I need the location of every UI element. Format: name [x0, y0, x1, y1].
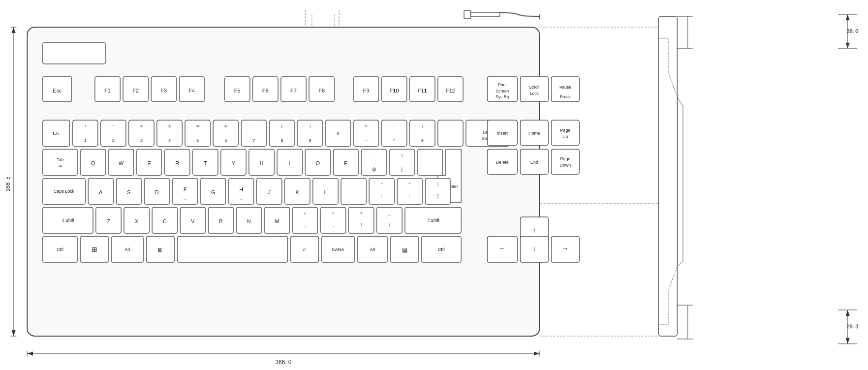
svg-text:5: 5 — [196, 138, 199, 143]
svg-text:F1: F1 — [105, 88, 111, 93]
svg-rect-206 — [357, 236, 388, 262]
svg-text:Q: Q — [91, 160, 95, 166]
svg-text:=: = — [365, 124, 368, 128]
svg-text:38. 0: 38. 0 — [847, 28, 858, 34]
svg-rect-110 — [193, 149, 218, 175]
svg-rect-31 — [253, 77, 278, 102]
svg-rect-36 — [410, 77, 435, 102]
svg-marker-8 — [12, 27, 16, 33]
svg-text:168. 5: 168. 5 — [5, 177, 11, 192]
svg-rect-4 — [471, 13, 500, 16]
svg-rect-173 — [180, 207, 205, 233]
svg-text:←: ← — [499, 245, 506, 252]
svg-text:]: ] — [437, 194, 439, 199]
svg-text:B: B — [219, 218, 222, 224]
svg-rect-65 — [157, 120, 182, 146]
svg-rect-66 — [185, 120, 210, 146]
svg-rect-146 — [313, 178, 338, 204]
svg-rect-30 — [225, 77, 250, 102]
svg-text:—: — — [184, 197, 187, 200]
svg-text:Page: Page — [560, 156, 570, 161]
svg-text:1: 1 — [84, 138, 86, 143]
svg-rect-115 — [333, 149, 358, 175]
svg-text:Alt: Alt — [125, 247, 130, 252]
svg-rect-175 — [236, 207, 262, 233]
svg-text:—: — — [240, 197, 243, 200]
svg-rect-218 — [487, 120, 517, 145]
svg-text:F9: F9 — [363, 88, 370, 93]
svg-text:F2: F2 — [133, 88, 139, 93]
svg-text:^: ^ — [393, 138, 396, 143]
svg-rect-111 — [221, 149, 246, 175]
svg-text:⇥: ⇥ — [58, 164, 62, 169]
svg-text:(: ( — [281, 124, 283, 128]
svg-text:+: + — [381, 182, 383, 186]
svg-rect-74 — [410, 120, 435, 146]
svg-text:6: 6 — [224, 138, 227, 143]
svg-text:F11: F11 — [418, 88, 427, 93]
svg-rect-208 — [421, 236, 461, 262]
svg-text:Home: Home — [528, 131, 540, 136]
svg-rect-40 — [551, 77, 579, 102]
svg-marker-18 — [846, 15, 850, 20]
svg-text:?: ? — [360, 211, 363, 216]
svg-text:F10: F10 — [390, 88, 399, 93]
svg-rect-26 — [95, 77, 120, 102]
svg-text:W: W — [119, 160, 124, 166]
svg-rect-235 — [551, 236, 579, 262]
svg-rect-73 — [382, 120, 407, 146]
svg-rect-61 — [43, 120, 70, 146]
svg-text:I: I — [289, 160, 290, 166]
svg-rect-203 — [177, 236, 288, 262]
svg-rect-200 — [80, 236, 108, 262]
svg-text:): ) — [310, 124, 311, 128]
svg-rect-33 — [309, 77, 334, 102]
svg-rect-0 — [27, 27, 540, 336]
svg-text:Print: Print — [498, 82, 507, 87]
svg-text:E/J: E/J — [53, 131, 59, 136]
svg-rect-232 — [520, 217, 548, 242]
svg-rect-148 — [369, 178, 394, 204]
svg-rect-244 — [659, 16, 677, 336]
svg-text:M: M — [275, 218, 279, 224]
svg-rect-169 — [43, 207, 93, 233]
svg-text::: : — [409, 194, 411, 199]
svg-text:○: ○ — [303, 246, 307, 253]
svg-text:O: O — [316, 160, 320, 166]
svg-rect-174 — [208, 207, 233, 233]
svg-rect-254 — [43, 43, 106, 64]
svg-text:End: End — [530, 160, 538, 165]
svg-text:H: H — [239, 186, 243, 192]
svg-rect-113 — [277, 149, 302, 175]
svg-text:8: 8 — [280, 138, 283, 143]
svg-text:A: A — [99, 189, 103, 195]
svg-rect-205 — [322, 236, 355, 262]
svg-rect-150 — [425, 178, 450, 204]
svg-text:;: ; — [381, 194, 383, 199]
svg-rect-144 — [257, 178, 282, 204]
svg-text:F5: F5 — [234, 88, 241, 93]
svg-rect-207 — [390, 236, 418, 262]
svg-rect-112 — [249, 149, 274, 175]
svg-rect-170 — [96, 207, 121, 233]
svg-text:7: 7 — [252, 138, 255, 143]
svg-text:KANA: KANA — [332, 247, 344, 252]
svg-rect-25 — [43, 77, 72, 102]
svg-text:!: ! — [85, 124, 86, 128]
svg-marker-23 — [846, 310, 850, 316]
svg-rect-201 — [111, 236, 143, 262]
svg-text:[: [ — [402, 167, 403, 172]
svg-rect-37 — [438, 77, 463, 102]
svg-rect-219 — [520, 120, 548, 145]
svg-text:#: # — [140, 124, 143, 128]
svg-text:<: < — [304, 211, 307, 216]
svg-text:4: 4 — [168, 138, 170, 143]
svg-text:F3: F3 — [161, 88, 167, 93]
svg-text:': ' — [253, 124, 254, 128]
svg-rect-27 — [123, 77, 148, 102]
svg-rect-38 — [487, 77, 517, 102]
svg-text:▤: ▤ — [402, 247, 407, 253]
svg-text:Space: Space — [481, 136, 494, 141]
svg-rect-141 — [172, 178, 198, 204]
svg-rect-63 — [101, 120, 126, 146]
